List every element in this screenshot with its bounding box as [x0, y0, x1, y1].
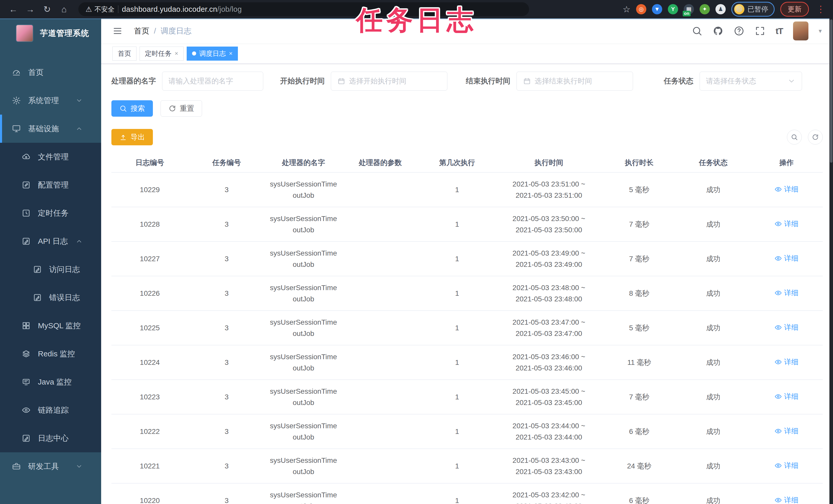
extension-blue-drop-icon[interactable]: ▼	[652, 4, 662, 14]
start-time-input[interactable]	[331, 72, 447, 91]
tag-tab-首页[interactable]: 首页	[113, 47, 137, 60]
fullscreen-icon[interactable]	[755, 26, 765, 36]
content-area: 处理器的名字 开始执行时间 结束执行时间	[101, 64, 833, 504]
cell-param	[342, 276, 419, 310]
detail-link[interactable]: 详细	[775, 357, 799, 367]
extension-orange-icon[interactable]: ◎	[636, 4, 646, 14]
breadcrumb-home[interactable]: 首页	[134, 26, 149, 36]
active-tab-dot	[192, 51, 196, 55]
user-avatar[interactable]	[793, 22, 808, 41]
window-scrollbar[interactable]	[829, 19, 833, 504]
detail-link[interactable]: 详细	[775, 495, 799, 504]
export-button[interactable]: 导出	[111, 129, 153, 145]
sidebar-item-label: 错误日志	[49, 293, 80, 303]
help-icon[interactable]	[734, 26, 744, 36]
cell-param	[342, 380, 419, 414]
search-icon[interactable]	[692, 26, 703, 36]
chevron-down-icon	[787, 77, 795, 85]
font-size-icon[interactable]: tT	[776, 26, 783, 36]
time-start: 2021-05-03 23:45:00 ~	[496, 386, 602, 397]
reset-button[interactable]: 重置	[161, 100, 202, 117]
detail-link[interactable]: 详细	[775, 426, 799, 436]
close-icon[interactable]: ×	[229, 50, 233, 57]
tag-tab-调度日志[interactable]: 调度日志×	[187, 47, 238, 60]
detail-link[interactable]: 详细	[775, 254, 799, 263]
extension-green-check-icon[interactable]: Y	[668, 4, 678, 14]
cell-handler: sysUserSessionTimeoutJob	[265, 380, 342, 414]
cell-job-id: 3	[188, 310, 265, 345]
app-logo-row[interactable]: 芋道管理系统	[0, 19, 101, 48]
cell-handler: sysUserSessionTimeoutJob	[265, 414, 342, 449]
sidebar-item-系统管理[interactable]: 系统管理	[0, 86, 101, 115]
cell-handler: sysUserSessionTimeoutJob	[265, 242, 342, 276]
cell-job-id: 3	[188, 414, 265, 449]
toggle-search-button[interactable]	[787, 130, 802, 145]
job-status-select[interactable]	[699, 72, 802, 91]
browser-back-icon[interactable]: ←	[6, 2, 21, 16]
column-header: 处理器的参数	[342, 153, 419, 172]
sidebar-item-日志中心[interactable]: 日志中心	[0, 424, 101, 452]
cell-actions: 详细	[750, 483, 823, 504]
extension-green-tool-icon[interactable]: ✦	[699, 4, 710, 14]
bookmark-star-icon[interactable]: ☆	[623, 4, 630, 14]
cell-status: 成功	[676, 345, 750, 380]
detail-label: 详细	[784, 288, 799, 298]
column-header: 处理器的名字	[265, 153, 342, 172]
profile-paused-button[interactable]: 已暂停	[731, 2, 775, 17]
cell-job-id: 3	[188, 449, 265, 483]
sidebar-item-配置管理[interactable]: 配置管理	[0, 171, 101, 199]
sidebar-item-错误日志[interactable]: 错误日志	[0, 283, 101, 311]
overlay-annotation-title: 任务日志	[356, 3, 477, 39]
sidebar-item-定时任务[interactable]: 定时任务	[0, 199, 101, 227]
detail-link[interactable]: 详细	[775, 323, 799, 332]
search-button[interactable]: 搜索	[111, 100, 153, 117]
sidebar-item-api-日志[interactable]: API 日志	[0, 227, 101, 255]
eye-icon	[775, 393, 782, 400]
extension-ghost-icon[interactable]: ♟	[715, 4, 726, 14]
detail-link[interactable]: 详细	[775, 461, 799, 471]
chevron-down-icon[interactable]: ▾	[819, 27, 822, 34]
table-row: 102213sysUserSessionTimeoutJob12021-05-0…	[111, 449, 823, 483]
cell-log-id: 10221	[111, 449, 188, 483]
detail-link[interactable]: 详细	[775, 392, 799, 401]
browser-update-button[interactable]: 更新	[780, 2, 809, 17]
detail-link[interactable]: 详细	[775, 184, 799, 194]
extension-grid-icon[interactable]: ▦on	[684, 4, 694, 14]
cell-time: 2021-05-03 23:45:00 ~2021-05-03 23:45:00	[496, 380, 602, 414]
hamburger-icon[interactable]	[113, 26, 123, 36]
sidebar-item-label: 配置管理	[38, 180, 69, 190]
browser-reload-icon[interactable]: ↻	[40, 2, 54, 16]
sidebar-item-redis-监控[interactable]: Redis 监控	[0, 340, 101, 368]
tag-tab-定时任务[interactable]: 定时任务×	[140, 47, 184, 60]
detail-link[interactable]: 详细	[775, 288, 799, 298]
sidebar-item-mysql-监控[interactable]: MySQL 监控	[0, 311, 101, 340]
browser-home-icon[interactable]: ⌂	[57, 2, 71, 16]
sidebar-item-链路追踪[interactable]: 链路追踪	[0, 396, 101, 424]
end-time-input[interactable]	[517, 72, 633, 91]
cell-job-id: 3	[188, 483, 265, 504]
eye-icon	[775, 496, 782, 504]
doc-edit-icon	[33, 293, 42, 302]
browser-forward-icon[interactable]: →	[23, 2, 38, 16]
github-icon[interactable]	[713, 26, 723, 36]
security-indicator[interactable]: ⚠ 不安全	[86, 5, 115, 14]
sidebar-item-基础设施[interactable]: 基础设施	[0, 115, 101, 143]
cell-duration: 5 毫秒	[602, 310, 676, 345]
handler-name: sysUserSessionTimeoutJob	[268, 489, 339, 504]
sidebar-item-java-监控[interactable]: Java 监控	[0, 368, 101, 396]
detail-link[interactable]: 详细	[775, 219, 799, 229]
refresh-table-button[interactable]	[808, 130, 823, 145]
eye-icon	[775, 185, 782, 193]
sidebar-item-研发工具[interactable]: 研发工具	[0, 452, 101, 480]
cell-status: 成功	[676, 449, 750, 483]
cloud-upload-icon	[22, 152, 31, 161]
sidebar-item-访问日志[interactable]: 访问日志	[0, 255, 101, 283]
sidebar-item-首页[interactable]: 首页	[0, 58, 101, 86]
close-icon[interactable]: ×	[175, 50, 178, 57]
cell-log-id: 10220	[111, 483, 188, 504]
scrollbar-thumb[interactable]	[830, 20, 832, 163]
cell-job-id: 3	[188, 242, 265, 276]
browser-menu-icon[interactable]: ⋮	[814, 4, 827, 15]
handler-name-input[interactable]	[162, 72, 263, 91]
sidebar-item-文件管理[interactable]: 文件管理	[0, 143, 101, 171]
